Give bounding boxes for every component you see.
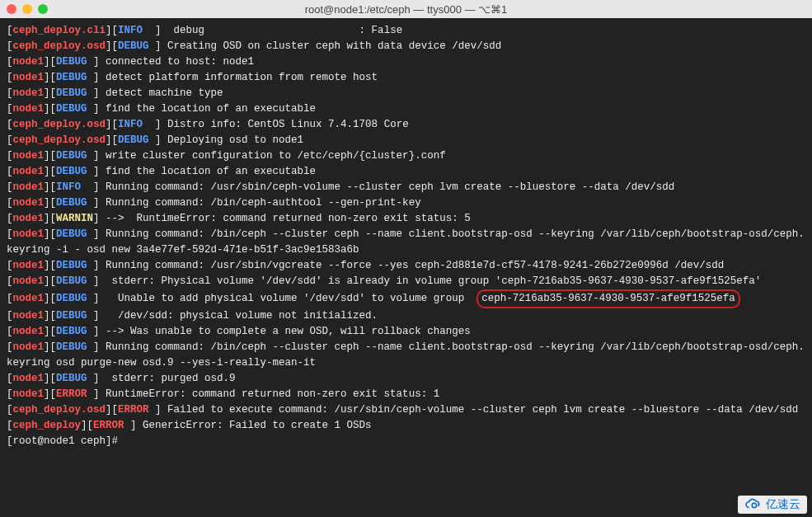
log-segment: ERROR [118, 404, 149, 416]
minimize-button[interactable] [22, 4, 32, 14]
log-segment: ] find the location of an executable [87, 166, 317, 177]
log-segment: INFO [56, 181, 81, 193]
log-segment: ] debug : False [143, 25, 402, 36]
log-line: [ceph_deploy.osd][DEBUG ] Creating OSD o… [7, 39, 805, 54]
log-segment: ][ [44, 373, 56, 384]
log-segment: ] Unable to add physical volume '/dev/sd… [87, 293, 477, 304]
log-segment: ] --> Was unable to complete a new OSD, … [87, 326, 471, 337]
log-line: [node1][DEBUG ] Running command: /usr/sb… [7, 258, 805, 274]
highlighted-vg-name: ceph-7216ab35-9637-4930-9537-afe9f1525ef… [476, 289, 740, 308]
log-segment: ][ [44, 275, 56, 287]
log-segment: node1 [13, 260, 45, 271]
maximize-button[interactable] [38, 4, 48, 14]
log-segment: DEBUG [118, 40, 149, 52]
log-segment: [ [7, 310, 13, 322]
log-segment: ERROR [93, 420, 124, 431]
log-segment: [ [7, 150, 13, 162]
log-segment: ][ [44, 87, 56, 99]
log-segment: [ [7, 275, 13, 287]
log-segment: node1 [13, 103, 45, 115]
log-segment: DEBUG [56, 275, 87, 287]
log-line: [node1][DEBUG ] --> Was unable to comple… [7, 324, 805, 340]
log-segment: node1 [13, 341, 45, 353]
log-segment: [ [7, 420, 13, 431]
log-segment: [ [7, 181, 13, 193]
log-segment: DEBUG [56, 373, 87, 384]
watermark-text: 亿速云 [766, 497, 800, 512]
log-segment: ceph_deploy.osd [13, 404, 106, 416]
log-segment: node1 [13, 293, 45, 304]
window-title: root@node1:/etc/ceph — ttys000 — ⌥⌘1 [305, 3, 508, 16]
log-segment: [ [7, 388, 13, 400]
log-segment: DEBUG [56, 103, 87, 115]
log-line: [node1][DEBUG ] write cluster configurat… [7, 148, 805, 164]
log-segment: DEBUG [56, 72, 87, 83]
log-segment: ][ [106, 119, 118, 130]
shell-prompt[interactable]: [root@node1 ceph]# [7, 434, 805, 449]
terminal-output[interactable]: [ceph_deploy.cli][INFO ] debug : False[c… [0, 18, 812, 517]
log-segment: ] Creating OSD on cluster ceph with data… [149, 40, 502, 52]
close-button[interactable] [7, 4, 16, 14]
log-segment: DEBUG [56, 228, 87, 240]
log-segment: ] find the location of an executable [87, 103, 317, 115]
log-segment: ] stderr: Physical volume '/dev/sdd' is … [87, 275, 762, 287]
log-line: [node1][DEBUG ] detect platform informat… [7, 70, 805, 86]
log-segment: node1 [13, 72, 45, 83]
log-segment: [ [7, 404, 13, 416]
log-segment: ] Running command: /usr/sbin/vgcreate --… [87, 260, 725, 271]
log-segment: [ [7, 260, 13, 271]
log-line: [node1][DEBUG ] Unable to add physical v… [7, 289, 805, 308]
log-segment: ] Distro info: CentOS Linux 7.4.1708 Cor… [143, 119, 409, 130]
log-line: [ceph_deploy.osd][INFO ] Distro info: Ce… [7, 117, 805, 133]
log-line: [node1][DEBUG ] find the location of an … [7, 164, 805, 180]
log-line: [node1][ERROR ] RuntimeError: command re… [7, 387, 805, 402]
log-line: [node1][DEBUG ] find the location of an … [7, 101, 805, 117]
log-segment: node1 [13, 181, 45, 193]
log-segment: [ [7, 228, 13, 240]
log-line: [node1][DEBUG ] Running command: /bin/ce… [7, 227, 805, 258]
traffic-lights [7, 4, 48, 14]
log-segment: node1 [13, 388, 45, 400]
log-segment: ][ [106, 25, 118, 36]
log-segment: [ [7, 25, 13, 36]
log-segment: [ [7, 72, 13, 83]
log-line: [node1][DEBUG ] /dev/sdd: physical volum… [7, 308, 805, 324]
log-segment: node1 [13, 326, 45, 337]
log-segment: ERROR [56, 388, 87, 400]
log-segment: ] Running command: /bin/ceph --cluster c… [7, 341, 805, 369]
log-segment: DEBUG [56, 341, 87, 353]
log-line: [ceph_deploy.osd][DEBUG ] Deploying osd … [7, 133, 805, 148]
log-segment: ceph_deploy.cli [13, 25, 106, 36]
log-segment: [ [7, 134, 13, 146]
log-segment: ][ [44, 260, 56, 271]
log-segment: ][ [81, 420, 93, 431]
log-segment: DEBUG [56, 150, 87, 162]
log-segment: ][ [44, 388, 56, 400]
watermark: 亿速云 [738, 496, 807, 514]
log-segment: ] Running command: /bin/ceph --cluster c… [7, 228, 805, 256]
log-segment: ] Running command: /bin/ceph-authtool --… [87, 197, 421, 209]
log-segment: [ [7, 87, 13, 99]
log-segment: ceph_deploy.osd [13, 134, 106, 146]
log-segment: ] write cluster configuration to /etc/ce… [87, 150, 446, 162]
log-segment: node1 [13, 310, 45, 322]
log-segment: ] Deploying osd to node1 [149, 134, 304, 146]
log-segment: ][ [44, 213, 56, 224]
log-line: [node1][DEBUG ] stderr: Physical volume … [7, 274, 805, 289]
log-segment: DEBUG [56, 293, 87, 304]
log-segment: ceph_deploy.osd [13, 40, 106, 52]
log-line: [node1][DEBUG ] Running command: /bin/ce… [7, 195, 805, 211]
log-line: [node1][WARNIN] --> RuntimeError: comman… [7, 211, 805, 227]
log-segment: node1 [13, 228, 45, 240]
log-segment: DEBUG [56, 260, 87, 271]
log-segment: ][ [44, 150, 56, 162]
log-segment: ][ [44, 56, 56, 68]
log-segment: DEBUG [56, 87, 87, 99]
log-segment: [ [7, 119, 13, 130]
log-segment: DEBUG [118, 134, 149, 146]
log-line: [node1][DEBUG ] detect machine type [7, 86, 805, 101]
log-segment: ] connected to host: node1 [87, 56, 255, 68]
log-segment: ][ [44, 310, 56, 322]
log-segment: [ [7, 293, 13, 304]
log-segment: ][ [44, 293, 56, 304]
